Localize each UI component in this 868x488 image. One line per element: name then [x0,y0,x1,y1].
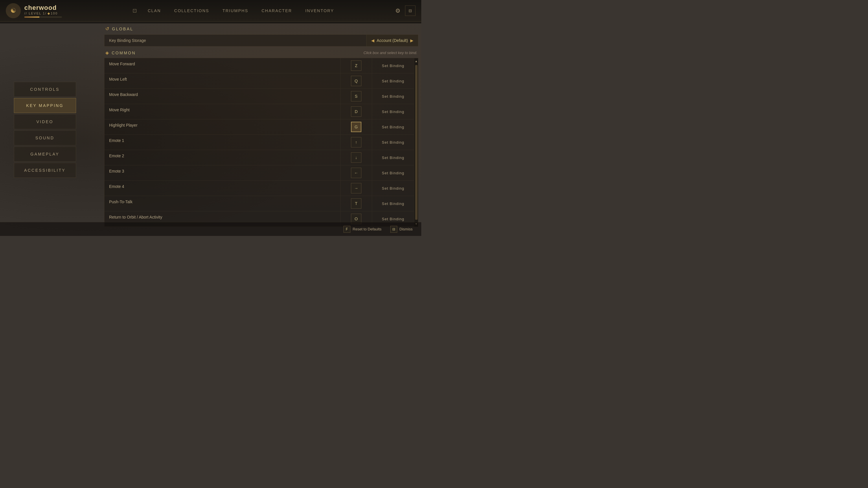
logo-level: // LEVEL 1/ [24,11,46,15]
dismiss-key-icon: ⊟ [390,226,397,233]
set-binding-button[interactable]: Set Binding [376,168,410,177]
key-box[interactable]: ↓ [351,152,361,163]
set-binding-cell: Set Binding [372,58,414,73]
key-cell: Q [340,73,372,89]
sidebar-item-key-mapping[interactable]: KEY MAPPING [14,98,76,113]
nav-center: ⊡ CLAN COLLECTIONS TRIUMPHS CHARACTER IN… [73,7,395,14]
binding-row: Emote 4 → Set Binding [104,181,414,196]
action-label: Emote 2 [104,150,340,165]
binding-row: Move Forward Z Set Binding [104,58,414,73]
binding-row: Push-To-Talk T Set Binding [104,196,414,211]
dismiss-button[interactable]: ⊟ Dismiss [390,226,413,233]
reset-defaults-button[interactable]: F Reset to Defaults [343,226,382,233]
set-binding-button[interactable]: Set Binding [376,138,410,147]
set-binding-button[interactable]: Set Binding [376,123,410,132]
sidebar-item-accessibility[interactable]: ACCESSIBILITY [14,163,76,178]
arrow-left-icon[interactable]: ◀ [371,38,374,43]
global-label: GLOBAL [112,27,133,31]
exp-fill [24,17,39,18]
key-box[interactable]: S [351,91,361,101]
key-box[interactable]: ↑ [351,137,361,148]
nav-item-collections[interactable]: COLLECTIONS [172,7,212,14]
nav-icon-left[interactable]: ⊡ [132,7,137,14]
nav-item-triumphs[interactable]: TRIUMPHS [220,7,251,14]
key-binding-storage-label: Key Binding Storage [104,35,366,46]
set-binding-cell: Set Binding [372,120,414,134]
binding-row: Move Left Q Set Binding [104,73,414,89]
key-box[interactable]: ← [351,168,361,178]
logo-level-icon: ◆ [48,11,50,15]
key-box-highlighted[interactable]: G [351,122,361,132]
arrow-right-icon[interactable]: ▶ [410,38,413,43]
nav-right: ⚙ ⊟ [395,5,415,16]
nav-item-clan[interactable]: CLAN [146,7,163,14]
binding-row: Highlight Player G Set Binding [104,120,414,135]
action-label: Emote 4 [104,181,340,196]
key-cell: T [340,196,372,211]
logo-text: cherwood // LEVEL 1/ ◆ 100 [24,4,62,18]
set-binding-button[interactable]: Set Binding [376,107,410,116]
nav-item-character[interactable]: CHARACTER [259,7,294,14]
set-binding-cell: Set Binding [372,104,414,119]
action-label: Highlight Player [104,120,340,134]
nav-item-inventory[interactable]: INVENTORY [303,7,336,14]
settings-icon[interactable]: ⚙ [395,7,400,14]
top-navigation: ☯ cherwood // LEVEL 1/ ◆ 100 ⊡ CLAN COLL… [0,0,421,22]
action-label: Move Left [104,73,340,89]
set-binding-button[interactable]: Set Binding [376,153,410,162]
key-box[interactable]: Q [351,76,361,86]
nav-extra-icon: ⊟ [408,8,412,13]
action-label: Move Backward [104,89,340,104]
nav-extra-button[interactable]: ⊟ [405,5,415,16]
key-box[interactable]: → [351,183,361,193]
set-binding-cell: Set Binding [372,196,414,211]
sidebar-item-controls[interactable]: CONTROLS [14,82,76,97]
action-label: Push-To-Talk [104,196,340,211]
key-box[interactable]: D [351,106,361,117]
scrollbar[interactable]: ▲ ▼ [414,58,418,227]
reset-label: Reset to Defaults [353,227,382,231]
bottom-bar: F Reset to Defaults ⊟ Dismiss [0,222,421,236]
scrollbar-thumb[interactable] [415,65,417,220]
sidebar-item-video[interactable]: VIDEO [14,114,76,129]
key-box[interactable]: T [351,198,361,209]
binding-table: Move Forward Z Set Binding Move Left Q S… [104,58,414,227]
key-binding-selector[interactable]: ◀ Account (Default) ▶ [366,35,418,46]
sidebar-item-sound[interactable]: SOUND [14,130,76,145]
key-cell: ↓ [340,150,372,165]
global-icon: ↺ [105,26,109,32]
logo-icon: ☯ [6,3,21,18]
set-binding-cell: Set Binding [372,89,414,104]
logo-level-num: 100 [51,11,58,15]
set-binding-button[interactable]: Set Binding [376,199,410,208]
dismiss-label: Dismiss [400,227,413,231]
set-binding-button[interactable]: Set Binding [376,92,410,101]
set-binding-cell: Set Binding [372,73,414,89]
set-binding-button[interactable]: Set Binding [376,76,410,86]
binding-row: Emote 1 ↑ Set Binding [104,135,414,150]
key-cell: ↑ [340,135,372,150]
set-binding-button[interactable]: Set Binding [376,61,410,70]
action-label: Emote 3 [104,165,340,181]
section-common-header: ◈ COMMON Click box and select key to bin… [104,50,418,56]
set-binding-cell: Set Binding [372,135,414,150]
common-icon: ◈ [105,50,109,56]
sidebar-item-gameplay[interactable]: GAMEPLAY [14,147,76,162]
key-cell: Z [340,58,372,73]
reset-key-icon: F [343,226,350,233]
scroll-up-icon[interactable]: ▲ [414,58,418,64]
key-binding-row: Key Binding Storage ◀ Account (Default) … [104,34,418,46]
key-box[interactable]: Z [351,60,361,71]
binding-row: Move Right D Set Binding [104,104,414,120]
main-content: ↺ GLOBAL Key Binding Storage ◀ Account (… [104,26,418,222]
binding-row: Move Backward S Set Binding [104,89,414,104]
sidebar-menu: CONTROLS KEY MAPPING VIDEO SOUND GAMEPLA… [14,82,76,178]
key-binding-value: Account (Default) [377,38,408,43]
section-common-left: ◈ COMMON [105,50,136,56]
set-binding-button[interactable]: Set Binding [376,184,410,193]
exp-bar [24,17,62,18]
binding-row: Emote 3 ← Set Binding [104,165,414,181]
key-cell: D [340,104,372,119]
key-cell: G [340,120,372,134]
click-hint: Click box and select key to bind. [363,51,417,55]
